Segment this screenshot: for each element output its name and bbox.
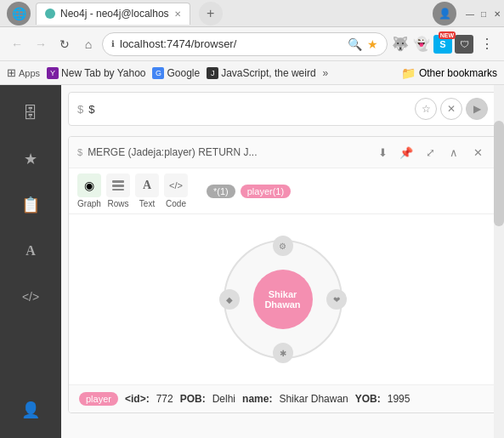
browser-content: $ ☆ ✕ ▶ $ MERGE (Jadeja:player) RETURN J… [61,85,504,438]
tab-favicon [45,9,55,19]
bookmark-star-icon[interactable]: ★ [367,37,378,51]
query-clear-btn[interactable]: ✕ [440,98,462,120]
bookmark-js[interactable]: J JavaScript, the weird [207,67,315,79]
sidebar-item-favorites[interactable]: ★ [5,138,56,180]
result-panel: $ MERGE (Jadeja:player) RETURN J... ⬇ 📌 … [68,136,497,413]
user-icon: 👤 [21,401,40,419]
rows-tab-icon [106,173,130,197]
close-result-btn[interactable]: ✕ [467,142,488,162]
yob-label: YOB: [355,393,381,405]
browser-icon: 🌐 [7,2,31,26]
query-input-area: $ ☆ ✕ ▶ [68,92,497,126]
svg-rect-0 [112,180,124,183]
skype-icon: S NEW [433,35,452,54]
forward-btn[interactable]: → [31,34,51,54]
sidebar-item-text[interactable]: A [5,230,56,272]
expand-btn[interactable]: ⤢ [420,142,440,162]
code-tab-icon: </> [164,173,188,197]
query-dollar-sign: $ [77,103,83,116]
user-avatar: 👤 [433,2,456,26]
graph-view-tab[interactable]: ◉ Graph [77,173,101,208]
tab-title: Neo4j - neo4j@localhos [60,8,169,20]
apps-grid-icon: ⊞ [7,66,16,79]
orbit-icon-left: ◆ [219,289,240,310]
pob-label: POB: [180,393,206,405]
minimize-btn[interactable]: — [463,7,477,20]
database-icon: 🗄 [23,105,38,122]
ext-shield-icon: 🛡 [455,35,473,54]
bookmarks-bar: ⊞ Apps Y New Tab by Yahoo G Google J Jav… [0,61,504,85]
download-btn[interactable]: ⬇ [372,142,393,162]
result-action-buttons: ⬇ 📌 ⤢ ∧ ✕ [372,142,488,162]
graph-tab-label: Graph [77,199,101,208]
scrollbar-track [494,85,504,438]
ext-wolf-icon: 🐺 [391,35,410,54]
active-tab[interactable]: Neo4j - neo4j@localhos ✕ [36,3,190,25]
rows-view-tab[interactable]: Rows [106,173,130,208]
node-container: ⚙ ❤ ✱ ◆ Shikar Dhawan [215,231,351,367]
graph-tab-icon: ◉ [77,173,101,197]
all-badge[interactable]: *(1) [207,185,235,198]
apps-btn[interactable]: ⊞ Apps [7,66,40,79]
browser-menu-btn[interactable]: ⋮ [477,34,497,54]
view-tabs: ◉ Graph Rows A Text </> [69,168,496,214]
svg-rect-2 [112,189,124,191]
rows-tab-label: Rows [107,199,128,208]
sidebar-item-database[interactable]: 🗄 [5,92,56,134]
other-bookmarks[interactable]: 📁 Other bookmarks [401,66,497,80]
title-bar: 🌐 Neo4j - neo4j@localhos ✕ + 👤 — □ ✕ [0,0,504,27]
tab-close-btn[interactable]: ✕ [174,9,181,19]
close-btn[interactable]: ✕ [490,7,504,20]
new-tab-btn[interactable]: + [199,2,223,26]
main-area: 🗄 ★ 📋 A </> 👤 $ [0,85,504,438]
result-header: $ MERGE (Jadeja:player) RETURN J... ⬇ 📌 … [69,137,496,168]
graph-area: ⚙ ❤ ✱ ◆ Shikar Dhawan [69,214,496,384]
title-bar-left: 🌐 Neo4j - neo4j@localhos ✕ + [7,2,497,26]
result-badges: *(1) player(1) [207,185,291,198]
text-tab-label: Text [139,199,155,208]
query-input[interactable] [88,103,410,116]
home-btn[interactable]: ⌂ [78,34,99,54]
ext-ghost-icon: 👻 [412,35,431,54]
orbit-icon-top: ⚙ [273,236,293,256]
collapse-btn[interactable]: ∧ [444,142,464,162]
center-node[interactable]: Shikar Dhawan [253,270,313,329]
id-value: 772 [156,393,173,405]
text-tab-icon: A [135,173,159,197]
node-name-line1: Shikar [264,289,300,299]
document-icon: 📋 [21,196,40,214]
sidebar: 🗄 ★ 📋 A </> 👤 [0,85,61,438]
sidebar-item-user[interactable]: 👤 [5,389,56,431]
orbit-icon-right: ❤ [326,289,347,310]
bookmarks-more-btn[interactable]: » [323,67,329,79]
sidebar-item-documents[interactable]: 📋 [5,184,56,226]
bookmark-yahoo[interactable]: Y New Tab by Yahoo [47,67,145,79]
refresh-btn[interactable]: ↻ [54,34,75,54]
query-run-btn[interactable]: ▶ [466,98,488,120]
extension-icons: 🐺 👻 S NEW 🛡 [391,35,473,54]
url-text: localhost:7474/browser/ [120,37,343,50]
bookmark-js-label: JavaScript, the weird [221,67,315,79]
url-bar[interactable]: ℹ localhost:7474/browser/ 🔍 ★ [102,32,388,56]
google-favicon: G [152,67,164,79]
restore-btn[interactable]: □ [477,7,490,20]
player-badge[interactable]: player(1) [241,185,291,198]
address-bar: ← → ↻ ⌂ ℹ localhost:7474/browser/ 🔍 ★ 🐺 … [0,27,504,61]
player-prop-badge[interactable]: player [79,392,118,406]
back-btn[interactable]: ← [7,34,27,54]
yob-value: 1995 [388,393,411,405]
text-view-tab[interactable]: A Text [135,173,159,208]
pin-btn[interactable]: 📌 [396,142,416,162]
sidebar-item-code[interactable]: </> [5,276,56,318]
other-bookmarks-label: Other bookmarks [419,67,497,79]
scrollbar-thumb[interactable] [494,121,504,227]
query-favorite-btn[interactable]: ☆ [415,98,437,120]
node-name-line2: Dhawan [264,299,300,310]
browser-window: 🌐 Neo4j - neo4j@localhos ✕ + 👤 — □ ✕ ← →… [0,0,504,438]
result-query-text: MERGE (Jadeja:player) RETURN J... [88,146,367,158]
code-view-tab[interactable]: </> Code [164,173,188,208]
bookmark-google[interactable]: G Google [152,67,200,79]
query-buttons: ☆ ✕ ▶ [415,98,488,120]
text-icon: A [25,243,36,259]
orbit-icon-bottom: ✱ [273,343,293,363]
